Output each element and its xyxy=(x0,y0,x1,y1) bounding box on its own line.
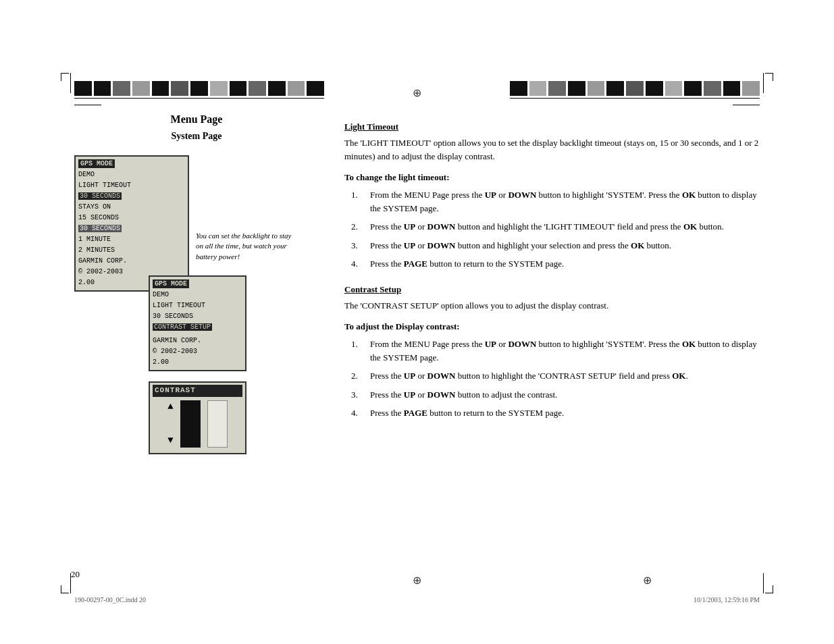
left-column: Menu Page System Page GPS MODEDEMOLIGHT … xyxy=(61,73,332,593)
footer-right: 10/1/2003, 12:59:16 PM xyxy=(694,596,760,603)
menu-page-title: Menu Page xyxy=(61,113,332,126)
device2-screen: GPS MODEDEMOLIGHT TIMEOUT30 SECONDSCONTR… xyxy=(149,275,246,371)
device2-wrapper: GPS MODEDEMOLIGHT TIMEOUT30 SECONDSCONTR… xyxy=(74,275,246,371)
section1-heading: Light Timeout xyxy=(344,122,763,132)
list-item: 4.Press the PAGE button to return to the… xyxy=(351,406,763,420)
top-bar-right xyxy=(510,81,760,96)
system-page-title: System Page xyxy=(61,131,332,142)
list-item: 2.Press the UP or DOWN button and highli… xyxy=(351,220,763,234)
list-item: 2.Press the UP or DOWN button to highlig… xyxy=(351,369,763,383)
list-item: 3.Press the UP or DOWN button and highli… xyxy=(351,239,763,252)
contrast-header: CONTRAST xyxy=(153,385,242,396)
contrast-slider-dark xyxy=(180,400,201,448)
vline-right-top xyxy=(763,73,764,93)
page-number: 20 xyxy=(71,569,80,580)
footer-left: 190-00297-00_0C.indd 20 xyxy=(74,596,146,603)
crosshair-top-center: ⊕ xyxy=(413,86,421,99)
list-item: 3.Press the UP or DOWN button to adjust … xyxy=(351,388,763,402)
contrast-body: ▲ ▼ xyxy=(153,397,242,451)
right-column: Light Timeout The 'LIGHT TIMEOUT' option… xyxy=(344,122,763,433)
crosshair-bottom-center: ⊕ xyxy=(413,574,421,587)
page-border-tr xyxy=(765,73,773,81)
list-item: 1.From the MENU Page press the UP or DOW… xyxy=(351,338,763,364)
crosshair-bottom-right: ⊕ xyxy=(643,574,652,587)
arrow-down: ▼ xyxy=(167,434,173,448)
contrast-arrows: ▲ ▼ xyxy=(167,400,173,448)
section2-heading: Contrast Setup xyxy=(344,284,763,295)
section1-description: The 'LIGHT TIMEOUT' option allows you to… xyxy=(344,136,763,163)
section1: Light Timeout The 'LIGHT TIMEOUT' option… xyxy=(344,122,763,271)
device1-caption: You can set the backlight to stay on all… xyxy=(196,231,297,262)
section2-sub-heading: To adjust the Display contrast: xyxy=(344,321,763,332)
section2-description: The 'CONTRAST SETUP' option allows you t… xyxy=(344,299,763,313)
section1-steps: 1.From the MENU Page press the UP or DOW… xyxy=(351,188,763,271)
device-area: GPS MODEDEMOLIGHT TIMEOUT30 SECONDSSTAYS… xyxy=(61,155,332,454)
device1-screen: GPS MODEDEMOLIGHT TIMEOUT30 SECONDSSTAYS… xyxy=(74,155,189,292)
contrast-screen: CONTRAST ▲ ▼ xyxy=(149,381,246,454)
hline-right-short xyxy=(733,105,760,105)
contrast-wrapper: CONTRAST ▲ ▼ xyxy=(74,381,246,454)
vline-right-bot xyxy=(763,573,764,593)
hline-right xyxy=(510,98,760,99)
list-item: 1.From the MENU Page press the UP or DOW… xyxy=(351,188,763,215)
page-border-br xyxy=(765,585,773,593)
section2-steps: 1.From the MENU Page press the UP or DOW… xyxy=(351,338,763,420)
section1-sub-heading: To change the light timeout: xyxy=(344,172,763,183)
section2: Contrast Setup The 'CONTRAST SETUP' opti… xyxy=(344,284,763,420)
contrast-slider-light xyxy=(207,400,228,448)
arrow-up: ▲ xyxy=(167,400,173,414)
list-item: 4.Press the PAGE button to return to the… xyxy=(351,257,763,271)
